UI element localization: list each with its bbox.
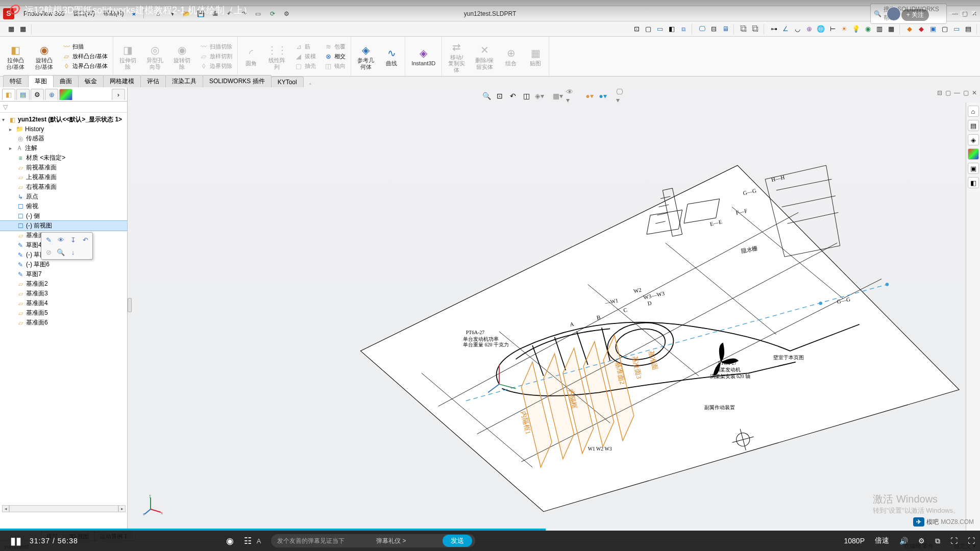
tree-sketch-front-selected[interactable]: ☐(-) 前视图 [0, 221, 127, 231]
tree-origin[interactable]: ↳原点 [0, 192, 127, 202]
player-max-icon[interactable]: ▢ [960, 9, 966, 16]
boundary-boss-button[interactable]: ◊边界凸台/基体 [60, 62, 110, 71]
shell-button[interactable]: ▢抽壳 [292, 62, 318, 71]
fm-tab-appearance-icon[interactable] [59, 89, 72, 100]
fire-icon[interactable]: ◆ [904, 24, 915, 34]
tree-fushi[interactable]: ☐俯视 [0, 202, 127, 211]
draft-button[interactable]: ◢拔模 [292, 52, 318, 61]
bulb-icon[interactable]: 💡 [851, 24, 861, 34]
extrude-cut-button[interactable]: ◨拉伸切 除 [116, 42, 139, 70]
grid-icon[interactable]: ▦ [886, 24, 896, 34]
angle-icon[interactable]: ∠ [780, 24, 791, 34]
dash-icon[interactable]: ⧈ [678, 24, 689, 34]
copy-icon[interactable]: ⿻ [739, 24, 749, 34]
tree-plane3[interactable]: ▱基准面3 [0, 289, 127, 298]
grey2-icon[interactable]: ◧ [667, 24, 677, 34]
vp-collapse-icon[interactable]: ⊟ [937, 89, 942, 96]
mt-normal-to-icon[interactable]: ↧ [67, 234, 79, 245]
rect2-icon[interactable]: ▢ [940, 24, 950, 34]
zoom-area-icon[interactable]: ⊡ [494, 90, 505, 102]
tp-appearance-icon[interactable] [968, 148, 979, 160]
prev-view-icon[interactable]: ↶ [507, 90, 519, 102]
mt-edit-sketch-icon[interactable]: ✎ [43, 234, 54, 245]
extrude-boss-button[interactable]: ◧拉伸凸 台/基体 [3, 42, 28, 70]
view-orient-icon[interactable]: ◈▾ [534, 90, 545, 102]
tree-plane5[interactable]: ▱基准面5 [0, 308, 127, 318]
linear-pattern-button[interactable]: ⋮⋮线性阵 列 [265, 42, 288, 70]
fullscreen-icon[interactable]: ⛶ [968, 537, 975, 545]
scene-icon[interactable]: ●▾ [597, 90, 608, 102]
delete-body-button[interactable]: ✕删除/保 留实体 [472, 42, 497, 70]
combine-button[interactable]: ⊕组合 [501, 45, 521, 67]
mt-zoom-icon[interactable]: 🔍 [55, 246, 66, 258]
arc-icon[interactable]: ◡ [792, 24, 802, 34]
sweep-button[interactable]: 〰扫描 [60, 42, 110, 52]
mt-hide-icon[interactable]: ⊘ [43, 246, 54, 258]
loft-cut-button[interactable]: ▱放样切割 [198, 52, 234, 61]
fm-tab-tree-icon[interactable]: ◧ [2, 89, 15, 100]
display-style-icon[interactable]: ▦▾ [552, 90, 564, 102]
tree-right-plane[interactable]: ▱右视基准面 [0, 182, 127, 192]
zoom-fit-icon[interactable]: 🔍 [481, 90, 492, 102]
tp-library-icon[interactable]: ▤ [968, 120, 979, 131]
fm-tab-more-icon[interactable]: › [112, 89, 125, 100]
revolve-cut-button[interactable]: ◉旋转切 除 [170, 42, 193, 70]
point-icon[interactable]: ⊕ [804, 24, 814, 34]
danmu-toggle-icon[interactable]: ☷ [244, 536, 252, 546]
tab-render[interactable]: 渲染工具 [165, 75, 203, 87]
wrap-button[interactable]: ≋包覆 [322, 42, 348, 52]
intersect-button[interactable]: ⊗相交 [322, 52, 348, 61]
revolve-boss-button[interactable]: ◉旋转凸 台/基体 [32, 42, 56, 70]
settings-icon[interactable]: ⚙ [918, 537, 925, 545]
volume-icon[interactable]: 🔊 [899, 537, 908, 545]
tp-custom-icon[interactable]: ▣ [968, 163, 979, 174]
hole-wizard-button[interactable]: ◎异型孔 向导 [143, 42, 166, 70]
tree-plane6[interactable]: ▱基准面6 [0, 318, 127, 328]
speed-button[interactable]: 倍速 [875, 536, 889, 545]
section-icon[interactable]: ◫ [521, 90, 532, 102]
uploader-avatar[interactable] [887, 7, 901, 21]
move-copy-button[interactable]: ⇄移动/ 复制实 体 [445, 39, 468, 73]
mt-show-icon[interactable]: 👁 [55, 234, 66, 245]
danmu-list-icon[interactable]: ◉ [226, 536, 234, 546]
follow-button[interactable]: + 关注 [901, 9, 929, 21]
feature-tree[interactable]: ▾◧yun12test (默认<<默认>_显示状态 1> ▸📁History ◎… [0, 113, 127, 536]
player-close-icon[interactable]: ✕ [971, 9, 976, 16]
screen-icon[interactable]: 🖵 [697, 24, 707, 34]
mt-rollback-icon[interactable]: ↓ [67, 246, 79, 258]
tree-sensors[interactable]: ◎传感器 [0, 134, 127, 143]
fm-tab-config-icon[interactable]: ⚙ [31, 89, 44, 100]
graphics-viewport[interactable]: 🔍 ⊡ ↶ ◫ ◈▾ ▦▾ 👁▾ ●▾ ●▾ 🖵▾ ⊟ ▢ — ▢ ✕ [128, 87, 980, 536]
pip-icon[interactable]: ⧉ [935, 537, 940, 545]
sweep-cut-button[interactable]: 〰扫描切除 [198, 42, 234, 52]
monitor-icon[interactable]: 🖥 [720, 24, 730, 34]
tab-evaluate[interactable]: 评估 [140, 75, 166, 87]
tree-h-scrollbar[interactable]: ◂ ▸ [2, 505, 126, 512]
rect-icon[interactable]: ▭ [655, 24, 665, 34]
tree-plane2[interactable]: ▱基准面2 [0, 279, 127, 289]
fm-tab-property-icon[interactable]: ▤ [16, 89, 30, 100]
tab-mesh[interactable]: 网格建模 [103, 75, 141, 87]
tree-plane4[interactable]: ▱基准面4 [0, 298, 127, 308]
pin-icon[interactable]: ◦ [305, 80, 315, 87]
send-danmu-button[interactable]: 发送 [443, 535, 472, 547]
pause-icon[interactable]: ▮▮ [10, 535, 21, 547]
vp-minimize-icon[interactable]: — [954, 89, 960, 96]
view-settings-icon[interactable]: 🖵▾ [616, 90, 627, 102]
tab-feature[interactable]: 特征 [3, 75, 29, 87]
seg-icon[interactable]: ⊢ [827, 24, 838, 34]
decal-button[interactable]: ▦贴图 [525, 45, 546, 67]
tree-sketch7[interactable]: ✎草图7 [0, 269, 127, 279]
tab-surface[interactable]: 曲面 [53, 75, 79, 87]
curves-button[interactable]: ∿曲线 [381, 45, 402, 67]
tab-sheetmetal[interactable]: 钣金 [78, 75, 104, 87]
paste-icon[interactable]: ⿻ [750, 24, 761, 34]
ref-geometry-button[interactable]: ◈参考几 何体 [354, 42, 377, 70]
fm-filter[interactable]: ▽ [0, 102, 127, 113]
tree-root[interactable]: ▾◧yun12test (默认<<默认>_显示状态 1> [0, 115, 127, 124]
scroll-left-icon[interactable]: ◂ [2, 505, 9, 512]
vp-panel-icon[interactable]: ▢ [945, 89, 951, 96]
tp-home-icon[interactable]: ⌂ [968, 106, 979, 117]
player-min-icon[interactable]: — [949, 9, 955, 16]
fillet-button[interactable]: ◜圆角 [241, 45, 261, 67]
